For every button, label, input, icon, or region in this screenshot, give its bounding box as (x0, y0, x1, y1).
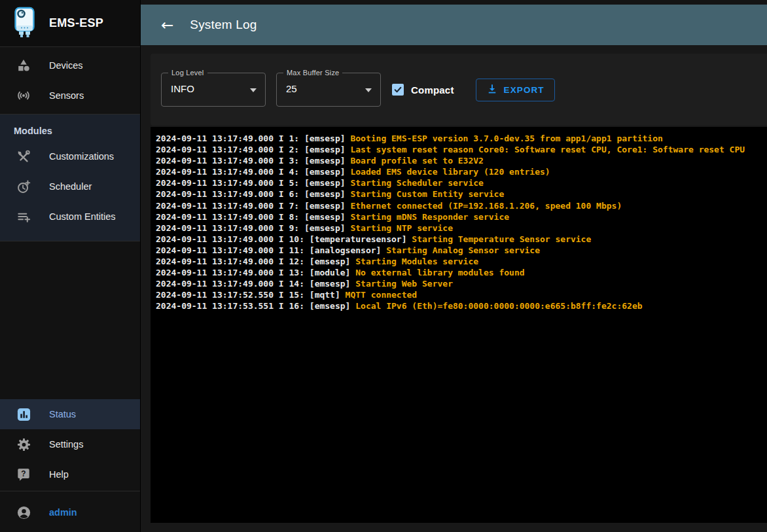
appbar: ← System Log (141, 5, 767, 45)
log-line-meta: 2024-09-11 13:17:49.000 I 3: [emsesp] (156, 156, 350, 166)
max-buffer-value: 25 (286, 83, 297, 94)
tools-icon (16, 149, 31, 164)
log-line: 2024-09-11 13:17:49.000 I 6: [emsesp] St… (156, 188, 764, 200)
log-line-meta: 2024-09-11 13:17:53.551 I 16: [emsesp] (156, 301, 355, 311)
log-line-message: Last system reset reason Core0: Software… (350, 145, 745, 154)
log-line-meta: 2024-09-11 13:17:49.000 I 9: [emsesp] (156, 223, 350, 233)
sidebar-spacer (0, 241, 140, 399)
sidebar-item-label: Sensors (49, 90, 84, 101)
app-window: EMS-ESP DevicesSensors Modules Customiza… (0, 0, 767, 532)
admin-user-label: admin (49, 507, 77, 518)
export-button-label: EXPORT (504, 85, 544, 95)
log-line: 2024-09-11 13:17:49.000 I 12: [emsesp] S… (156, 256, 764, 267)
log-line-message: Starting mDNS Responder service (350, 212, 509, 222)
log-level-select[interactable]: Log Level INFO (161, 73, 266, 107)
log-line: 2024-09-11 13:17:49.000 I 2: [emsesp] La… (156, 144, 764, 155)
log-level-label: Log Level (168, 69, 207, 77)
user-section: admin (0, 491, 140, 532)
logo-header: EMS-ESP (0, 0, 140, 47)
download-icon (486, 83, 498, 97)
chevron-down-icon (250, 88, 257, 92)
back-arrow-icon[interactable]: ← (161, 18, 173, 33)
compact-label: Compact (411, 84, 454, 96)
log-line-meta: 2024-09-11 13:17:49.000 I 2: [emsesp] (156, 145, 350, 154)
help-icon: ? (16, 467, 31, 482)
log-line-message: Starting Temperature Sensor service (412, 234, 591, 244)
log-line: 2024-09-11 13:17:52.550 I 15: [mqtt] MQT… (156, 289, 764, 300)
sidebar-item-scheduler[interactable]: Scheduler (0, 171, 140, 202)
sidebar: EMS-ESP DevicesSensors Modules Customiza… (0, 0, 141, 532)
sidebar-main-section: DevicesSensors (0, 47, 140, 115)
sidebar-item-label: Settings (49, 439, 83, 450)
sidebar-item-custom-entities[interactable]: Custom Entities (0, 202, 140, 232)
sidebar-item-help[interactable]: ?Help (0, 459, 140, 489)
log-line-meta: 2024-09-11 13:17:49.000 I 13: [module] (156, 268, 355, 277)
max-buffer-label: Max Buffer Size (283, 69, 342, 77)
sidebar-item-devices[interactable]: Devices (0, 50, 140, 80)
content: Log Level INFO Max Buffer Size 25 Compac… (141, 45, 767, 532)
log-line: 2024-09-11 13:17:49.000 I 4: [emsesp] Lo… (156, 166, 764, 177)
log-line-meta: 2024-09-11 13:17:49.000 I 14: [emsesp] (156, 279, 355, 289)
log-line-message: Loaded EMS device library (120 entries) (350, 167, 550, 177)
playlist-add-icon (16, 209, 31, 224)
log-controls-card: Log Level INFO Max Buffer Size 25 Compac… (151, 54, 767, 126)
max-buffer-select[interactable]: Max Buffer Size 25 (276, 73, 381, 107)
log-line-meta: 2024-09-11 13:17:52.550 I 15: [mqtt] (156, 290, 346, 300)
sidebar-item-admin[interactable]: admin (0, 497, 140, 527)
sidebar-item-settings[interactable]: Settings (0, 429, 140, 459)
log-line-meta: 2024-09-11 13:17:49.000 I 4: [emsesp] (156, 167, 350, 177)
log-line-meta: 2024-09-11 13:17:49.000 I 8: [emsesp] (156, 212, 350, 222)
sidebar-item-customizations[interactable]: Customizations (0, 141, 140, 171)
log-line-meta: 2024-09-11 13:17:49.000 I 1: [emsesp] (156, 133, 350, 143)
log-line-message: Starting Modules service (355, 257, 478, 266)
log-line-message: Board profile set to E32V2 (350, 156, 484, 166)
log-line-meta: 2024-09-11 13:17:49.000 I 5: [emsesp] (156, 178, 350, 188)
log-line: 2024-09-11 13:17:49.000 I 8: [emsesp] St… (156, 211, 764, 222)
sidebar-item-label: Devices (49, 60, 83, 71)
log-line-meta: 2024-09-11 13:17:49.000 I 11: [analogsen… (156, 245, 386, 255)
account-circle-icon (16, 505, 31, 520)
log-line-message: No external library modules found (355, 268, 524, 277)
log-line: 2024-09-11 13:17:49.000 I 10: [temperatu… (156, 234, 764, 245)
log-line-message: MQTT connected (346, 290, 418, 300)
sidebar-item-label: Help (49, 469, 69, 480)
svg-text:?: ? (21, 469, 26, 478)
modules-section-header: Modules (0, 115, 140, 141)
ems-esp-logo-icon (12, 7, 37, 41)
sidebar-item-sensors[interactable]: Sensors (0, 80, 140, 111)
system-log-output[interactable]: 2024-09-11 13:17:49.000 I 1: [emsesp] Bo… (151, 127, 767, 523)
log-line-message: Local IPv6 (Eth)=fe80:0000:0000:0000:e66… (355, 301, 642, 311)
log-line: 2024-09-11 13:17:49.000 I 11: [analogsen… (156, 245, 764, 256)
sidebar-bottom-section: StatusSettings?Help (0, 399, 140, 489)
top-strip (141, 0, 767, 5)
compact-checkbox[interactable] (392, 84, 404, 96)
log-line-message: Ethernet connected (IP=192.168.1.206, sp… (350, 201, 622, 211)
log-level-value: INFO (171, 83, 194, 94)
log-line-meta: 2024-09-11 13:17:49.000 I 6: [emsesp] (156, 189, 350, 199)
log-line: 2024-09-11 13:17:49.000 I 1: [emsesp] Bo… (156, 133, 764, 144)
log-line-message: Starting Analog Sensor service (386, 245, 540, 255)
page-title: System Log (190, 18, 257, 32)
analytics-icon (16, 406, 31, 422)
sidebar-modules-section: Modules CustomizationsSchedulerCustom En… (0, 115, 140, 241)
app-title: EMS-ESP (49, 16, 103, 30)
sidebar-item-status[interactable]: Status (0, 399, 140, 429)
log-line: 2024-09-11 13:17:49.000 I 14: [emsesp] S… (156, 278, 764, 289)
log-line-message: Starting Scheduler service (350, 178, 484, 188)
sensors-icon (16, 88, 31, 103)
compact-checkbox-wrap[interactable]: Compact (392, 84, 454, 96)
log-line-message: Booting EMS-ESP version 3.7.0-dev.35 fro… (350, 133, 662, 143)
log-line-meta: 2024-09-11 13:17:49.000 I 10: [temperatu… (156, 234, 412, 244)
gear-icon (16, 436, 31, 452)
log-line: 2024-09-11 13:17:49.000 I 5: [emsesp] St… (156, 177, 764, 188)
sidebar-item-label: Status (49, 409, 76, 419)
log-line: 2024-09-11 13:17:49.000 I 7: [emsesp] Et… (156, 200, 764, 211)
log-line: 2024-09-11 13:17:49.000 I 13: [module] N… (156, 267, 764, 278)
log-line: 2024-09-11 13:17:49.000 I 3: [emsesp] Bo… (156, 155, 764, 166)
sidebar-item-label: Custom Entities (49, 211, 116, 222)
devices-category-icon (16, 58, 31, 73)
export-button[interactable]: EXPORT (476, 79, 555, 101)
log-line-meta: 2024-09-11 13:17:49.000 I 12: [emsesp] (156, 257, 355, 266)
main-area: ← System Log Log Level INFO Max Buffer S… (141, 0, 767, 532)
log-line-meta: 2024-09-11 13:17:49.000 I 7: [emsesp] (156, 201, 350, 211)
